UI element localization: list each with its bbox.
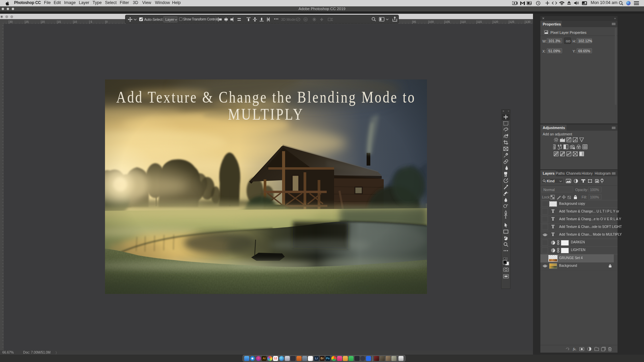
svg-text:Add Texture & Change the Blend: Add Texture & Change the Blending Mode t… [116, 88, 416, 106]
svg-text:T: T [504, 214, 507, 220]
svg-text:MULTIPLY: MULTIPLY [228, 105, 304, 123]
svg-text:fx.: fx. [573, 347, 577, 351]
